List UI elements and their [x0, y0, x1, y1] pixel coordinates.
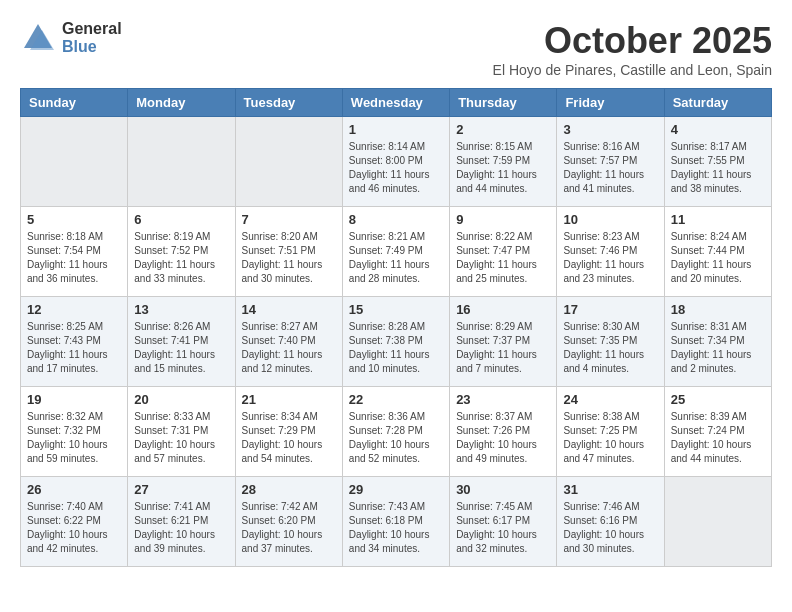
calendar-cell: 18Sunrise: 8:31 AM Sunset: 7:34 PM Dayli… — [664, 297, 771, 387]
day-number: 28 — [242, 482, 336, 497]
logo-blue: Blue — [62, 38, 122, 56]
day-number: 7 — [242, 212, 336, 227]
location: El Hoyo de Pinares, Castille and Leon, S… — [493, 62, 772, 78]
cell-info: Sunrise: 8:24 AM Sunset: 7:44 PM Dayligh… — [671, 230, 765, 286]
calendar-cell: 14Sunrise: 8:27 AM Sunset: 7:40 PM Dayli… — [235, 297, 342, 387]
cell-info: Sunrise: 8:17 AM Sunset: 7:55 PM Dayligh… — [671, 140, 765, 196]
day-number: 14 — [242, 302, 336, 317]
day-number: 2 — [456, 122, 550, 137]
cell-info: Sunrise: 8:14 AM Sunset: 8:00 PM Dayligh… — [349, 140, 443, 196]
cell-info: Sunrise: 8:18 AM Sunset: 7:54 PM Dayligh… — [27, 230, 121, 286]
calendar-cell — [21, 117, 128, 207]
cell-info: Sunrise: 8:20 AM Sunset: 7:51 PM Dayligh… — [242, 230, 336, 286]
day-number: 15 — [349, 302, 443, 317]
cell-info: Sunrise: 8:25 AM Sunset: 7:43 PM Dayligh… — [27, 320, 121, 376]
calendar-week-row: 5Sunrise: 8:18 AM Sunset: 7:54 PM Daylig… — [21, 207, 772, 297]
calendar-cell: 25Sunrise: 8:39 AM Sunset: 7:24 PM Dayli… — [664, 387, 771, 477]
calendar-cell: 30Sunrise: 7:45 AM Sunset: 6:17 PM Dayli… — [450, 477, 557, 567]
day-number: 13 — [134, 302, 228, 317]
cell-info: Sunrise: 8:30 AM Sunset: 7:35 PM Dayligh… — [563, 320, 657, 376]
day-number: 24 — [563, 392, 657, 407]
cell-info: Sunrise: 8:37 AM Sunset: 7:26 PM Dayligh… — [456, 410, 550, 466]
calendar-cell: 19Sunrise: 8:32 AM Sunset: 7:32 PM Dayli… — [21, 387, 128, 477]
day-number: 21 — [242, 392, 336, 407]
calendar-cell: 11Sunrise: 8:24 AM Sunset: 7:44 PM Dayli… — [664, 207, 771, 297]
cell-info: Sunrise: 8:16 AM Sunset: 7:57 PM Dayligh… — [563, 140, 657, 196]
day-number: 9 — [456, 212, 550, 227]
calendar-cell: 20Sunrise: 8:33 AM Sunset: 7:31 PM Dayli… — [128, 387, 235, 477]
cell-info: Sunrise: 8:21 AM Sunset: 7:49 PM Dayligh… — [349, 230, 443, 286]
calendar-cell: 5Sunrise: 8:18 AM Sunset: 7:54 PM Daylig… — [21, 207, 128, 297]
calendar-cell: 16Sunrise: 8:29 AM Sunset: 7:37 PM Dayli… — [450, 297, 557, 387]
calendar-cell: 15Sunrise: 8:28 AM Sunset: 7:38 PM Dayli… — [342, 297, 449, 387]
day-number: 22 — [349, 392, 443, 407]
cell-info: Sunrise: 8:22 AM Sunset: 7:47 PM Dayligh… — [456, 230, 550, 286]
cell-info: Sunrise: 8:32 AM Sunset: 7:32 PM Dayligh… — [27, 410, 121, 466]
page-header: General Blue October 2025 El Hoyo de Pin… — [20, 20, 772, 78]
calendar-week-row: 19Sunrise: 8:32 AM Sunset: 7:32 PM Dayli… — [21, 387, 772, 477]
day-number: 4 — [671, 122, 765, 137]
day-number: 12 — [27, 302, 121, 317]
calendar-cell: 9Sunrise: 8:22 AM Sunset: 7:47 PM Daylig… — [450, 207, 557, 297]
calendar-cell: 24Sunrise: 8:38 AM Sunset: 7:25 PM Dayli… — [557, 387, 664, 477]
calendar-table: SundayMondayTuesdayWednesdayThursdayFrid… — [20, 88, 772, 567]
cell-info: Sunrise: 8:26 AM Sunset: 7:41 PM Dayligh… — [134, 320, 228, 376]
cell-info: Sunrise: 8:38 AM Sunset: 7:25 PM Dayligh… — [563, 410, 657, 466]
day-number: 26 — [27, 482, 121, 497]
calendar-week-row: 26Sunrise: 7:40 AM Sunset: 6:22 PM Dayli… — [21, 477, 772, 567]
cell-info: Sunrise: 7:41 AM Sunset: 6:21 PM Dayligh… — [134, 500, 228, 556]
calendar-cell: 21Sunrise: 8:34 AM Sunset: 7:29 PM Dayli… — [235, 387, 342, 477]
calendar-cell: 3Sunrise: 8:16 AM Sunset: 7:57 PM Daylig… — [557, 117, 664, 207]
calendar-cell: 12Sunrise: 8:25 AM Sunset: 7:43 PM Dayli… — [21, 297, 128, 387]
logo-general: General — [62, 20, 122, 38]
cell-info: Sunrise: 8:34 AM Sunset: 7:29 PM Dayligh… — [242, 410, 336, 466]
cell-info: Sunrise: 8:29 AM Sunset: 7:37 PM Dayligh… — [456, 320, 550, 376]
calendar-cell: 28Sunrise: 7:42 AM Sunset: 6:20 PM Dayli… — [235, 477, 342, 567]
day-number: 30 — [456, 482, 550, 497]
cell-info: Sunrise: 7:43 AM Sunset: 6:18 PM Dayligh… — [349, 500, 443, 556]
calendar-cell: 1Sunrise: 8:14 AM Sunset: 8:00 PM Daylig… — [342, 117, 449, 207]
cell-info: Sunrise: 8:15 AM Sunset: 7:59 PM Dayligh… — [456, 140, 550, 196]
logo-icon — [20, 20, 56, 56]
day-number: 17 — [563, 302, 657, 317]
calendar-cell — [664, 477, 771, 567]
calendar-cell: 29Sunrise: 7:43 AM Sunset: 6:18 PM Dayli… — [342, 477, 449, 567]
cell-info: Sunrise: 8:27 AM Sunset: 7:40 PM Dayligh… — [242, 320, 336, 376]
calendar-cell: 13Sunrise: 8:26 AM Sunset: 7:41 PM Dayli… — [128, 297, 235, 387]
cell-info: Sunrise: 7:42 AM Sunset: 6:20 PM Dayligh… — [242, 500, 336, 556]
calendar-cell: 31Sunrise: 7:46 AM Sunset: 6:16 PM Dayli… — [557, 477, 664, 567]
weekday-header-thursday: Thursday — [450, 89, 557, 117]
calendar-cell: 4Sunrise: 8:17 AM Sunset: 7:55 PM Daylig… — [664, 117, 771, 207]
cell-info: Sunrise: 8:19 AM Sunset: 7:52 PM Dayligh… — [134, 230, 228, 286]
day-number: 25 — [671, 392, 765, 407]
month-title: October 2025 — [493, 20, 772, 62]
day-number: 3 — [563, 122, 657, 137]
weekday-header-monday: Monday — [128, 89, 235, 117]
calendar-week-row: 12Sunrise: 8:25 AM Sunset: 7:43 PM Dayli… — [21, 297, 772, 387]
weekday-header-friday: Friday — [557, 89, 664, 117]
calendar-cell: 8Sunrise: 8:21 AM Sunset: 7:49 PM Daylig… — [342, 207, 449, 297]
cell-info: Sunrise: 7:45 AM Sunset: 6:17 PM Dayligh… — [456, 500, 550, 556]
logo-text: General Blue — [62, 20, 122, 55]
calendar-cell: 2Sunrise: 8:15 AM Sunset: 7:59 PM Daylig… — [450, 117, 557, 207]
cell-info: Sunrise: 7:46 AM Sunset: 6:16 PM Dayligh… — [563, 500, 657, 556]
cell-info: Sunrise: 8:31 AM Sunset: 7:34 PM Dayligh… — [671, 320, 765, 376]
logo: General Blue — [20, 20, 122, 56]
day-number: 18 — [671, 302, 765, 317]
day-number: 16 — [456, 302, 550, 317]
cell-info: Sunrise: 8:23 AM Sunset: 7:46 PM Dayligh… — [563, 230, 657, 286]
calendar-cell: 6Sunrise: 8:19 AM Sunset: 7:52 PM Daylig… — [128, 207, 235, 297]
weekday-header-saturday: Saturday — [664, 89, 771, 117]
weekday-header-row: SundayMondayTuesdayWednesdayThursdayFrid… — [21, 89, 772, 117]
cell-info: Sunrise: 8:36 AM Sunset: 7:28 PM Dayligh… — [349, 410, 443, 466]
day-number: 31 — [563, 482, 657, 497]
calendar-cell — [128, 117, 235, 207]
cell-info: Sunrise: 8:33 AM Sunset: 7:31 PM Dayligh… — [134, 410, 228, 466]
day-number: 27 — [134, 482, 228, 497]
day-number: 5 — [27, 212, 121, 227]
day-number: 10 — [563, 212, 657, 227]
calendar-cell: 10Sunrise: 8:23 AM Sunset: 7:46 PM Dayli… — [557, 207, 664, 297]
calendar-cell: 17Sunrise: 8:30 AM Sunset: 7:35 PM Dayli… — [557, 297, 664, 387]
calendar-week-row: 1Sunrise: 8:14 AM Sunset: 8:00 PM Daylig… — [21, 117, 772, 207]
day-number: 19 — [27, 392, 121, 407]
